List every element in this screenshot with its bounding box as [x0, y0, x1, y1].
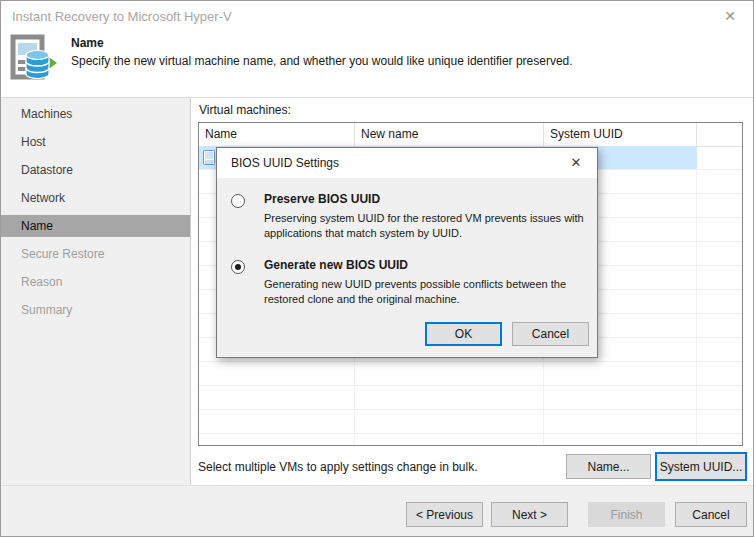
radio-description: Preserving system UUID for the restored … — [264, 211, 584, 241]
vm-table-header: Name New name System UUID — [199, 123, 742, 147]
step-description: Specify the new virtual machine name, an… — [71, 54, 573, 68]
radio-label[interactable]: Preserve BIOS UUID — [264, 192, 380, 206]
table-row[interactable] — [199, 386, 742, 410]
finish-button: Finish — [588, 502, 665, 527]
dialog-title: BIOS UUID Settings — [231, 148, 339, 178]
column-header-empty — [697, 123, 742, 146]
radio-icon[interactable] — [231, 194, 245, 208]
hyper-v-restore-icon — [9, 34, 59, 84]
sidebar-item-machines[interactable]: Machines — [1, 103, 190, 125]
radio-description: Generating new UUID prevents possible co… — [264, 277, 566, 307]
radio-description-line: restored clone and the original machine. — [264, 292, 566, 307]
ok-button[interactable]: OK — [425, 322, 502, 346]
vm-icon — [203, 150, 215, 165]
sidebar-item-reason: Reason — [1, 271, 190, 293]
column-header-name[interactable]: Name — [199, 123, 355, 146]
step-title: Name — [71, 36, 104, 50]
wizard-window: Instant Recovery to Microsoft Hyper-V ✕ … — [0, 0, 754, 537]
radio-icon[interactable] — [231, 260, 245, 274]
sidebar-item-secure-restore: Secure Restore — [1, 243, 190, 265]
sidebar-item-name[interactable]: Name — [1, 215, 190, 237]
sidebar-item-host[interactable]: Host — [1, 131, 190, 153]
dialog-cancel-button[interactable]: Cancel — [512, 322, 589, 346]
window-close-icon[interactable]: ✕ — [717, 6, 743, 26]
dialog-close-icon[interactable]: ✕ — [563, 152, 589, 174]
radio-description-line: applications that match system by UUID. — [264, 226, 584, 241]
dialog-titlebar: BIOS UUID Settings ✕ — [217, 148, 597, 178]
radio-label[interactable]: Generate new BIOS UUID — [264, 258, 408, 272]
radio-description-line: Generating new UUID prevents possible co… — [264, 277, 566, 292]
system-uuid-button[interactable]: System UUID... — [655, 452, 747, 481]
column-header-system-uuid[interactable]: System UUID — [544, 123, 697, 146]
bulk-hint-text: Select multiple VMs to apply settings ch… — [198, 460, 477, 474]
table-row[interactable] — [199, 362, 742, 386]
column-header-new-name[interactable]: New name — [355, 123, 544, 146]
previous-button[interactable]: < Previous — [406, 502, 483, 527]
cancel-button[interactable]: Cancel — [675, 502, 747, 527]
next-button[interactable]: Next > — [491, 502, 568, 527]
window-title: Instant Recovery to Microsoft Hyper-V — [12, 9, 232, 24]
bios-uuid-settings-dialog: BIOS UUID Settings ✕ Preserve BIOS UUID … — [216, 147, 598, 358]
sidebar-item-network[interactable]: Network — [1, 187, 190, 209]
sidebar-item-datastore[interactable]: Datastore — [1, 159, 190, 181]
sidebar-item-summary: Summary — [1, 299, 190, 321]
table-row[interactable] — [199, 410, 742, 434]
radio-description-line: Preserving system UUID for the restored … — [264, 211, 584, 226]
virtual-machines-label: Virtual machines: — [199, 103, 291, 117]
wizard-steps-sidebar: Machines Host Datastore Network Name Sec… — [1, 98, 191, 485]
name-button[interactable]: Name... — [566, 454, 651, 479]
